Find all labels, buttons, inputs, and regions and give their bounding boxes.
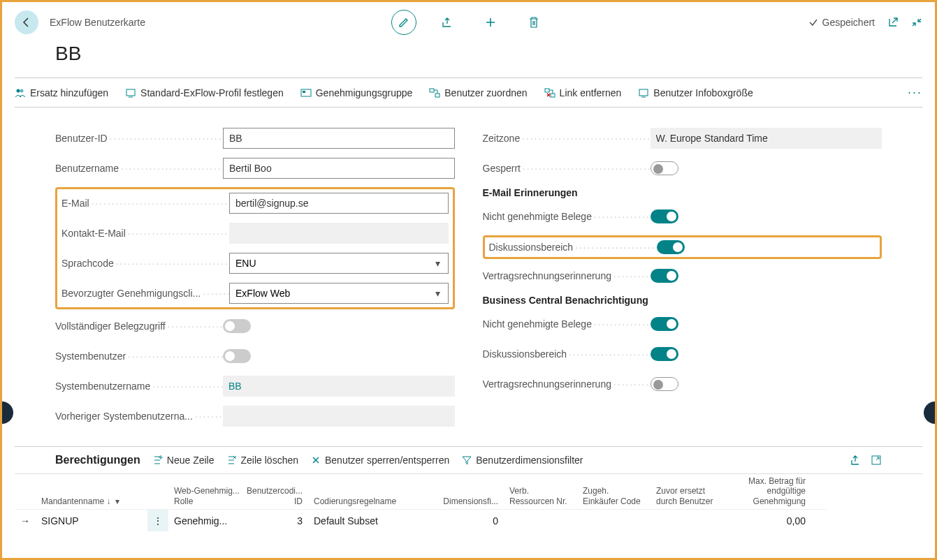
row-selector[interactable]: → <box>15 509 36 531</box>
grid-action-zeile-loeschen[interactable]: Zeile löschen <box>227 455 299 466</box>
cell-bcid[interactable]: 3 <box>245 509 308 531</box>
col-bcid[interactable]: Benutzercodi... ID <box>245 474 308 509</box>
new-button[interactable] <box>478 10 503 35</box>
toggle-bc-nicht-genehmigt[interactable] <box>651 317 678 331</box>
cell-dimfi[interactable]: 0 <box>434 509 504 531</box>
svg-rect-2 <box>126 89 135 96</box>
col-zuvor[interactable]: Zuvor ersetzt durch Benutzer <box>651 474 720 509</box>
cell-mandant[interactable]: SIGNUP <box>36 509 147 531</box>
chevron-down-icon: ▾ <box>428 288 448 299</box>
highlight-right: Diskussionsbereich <box>483 235 882 259</box>
toggle-er-vertragsrechnung[interactable] <box>651 269 678 283</box>
cell-verb[interactable] <box>504 509 577 531</box>
toggle-bc-diskussion[interactable] <box>651 347 678 361</box>
svg-rect-9 <box>639 89 648 96</box>
check-icon <box>808 17 818 27</box>
action-link-entfernen[interactable]: Link entfernen <box>544 87 622 98</box>
grid-action-sperren[interactable]: Benutzer sperren/entsperren <box>311 455 449 466</box>
svg-point-1 <box>20 89 24 92</box>
plus-icon <box>484 16 497 29</box>
delete-button[interactable] <box>521 10 546 35</box>
label-benutzername: Benutzername <box>55 163 223 174</box>
col-verb[interactable]: Verb. Ressourcen Nr. <box>504 474 577 509</box>
back-button[interactable] <box>15 10 38 34</box>
col-dimfi[interactable]: Dimensionsfi... <box>434 474 504 509</box>
label-gesperrt: Gesperrt <box>483 163 651 174</box>
popout-button[interactable] <box>887 17 899 28</box>
label-benutzer-id: Benutzer-ID <box>55 133 223 144</box>
cell-max[interactable]: 0,00 <box>720 509 811 531</box>
popout-icon <box>887 17 899 28</box>
heading-bc-benachrichtigung: Business Central Benachrichtigung <box>483 295 882 306</box>
input-benutzername[interactable] <box>223 158 455 179</box>
highlight-left: E-Mail Kontakt-E-Mail Sprachcode ▾ Bevor… <box>55 187 455 309</box>
label-bc-diskussion: Diskussionsbereich <box>483 348 651 360</box>
toggle-er-nicht-genehmigt[interactable] <box>651 209 678 223</box>
svg-rect-8 <box>551 94 555 97</box>
input-benutzer-id[interactable] <box>223 128 455 149</box>
grid-action-neue-zeile[interactable]: Neue Zeile <box>153 455 215 466</box>
collapse-icon <box>911 17 922 28</box>
label-vorheriger-sysname: Vorheriger Systembenutzerna... <box>55 411 223 422</box>
label-systembenutzername: Systembenutzername <box>55 381 223 392</box>
label-sprachcode: Sprachcode <box>61 258 229 269</box>
grid-action-dimfilter[interactable]: Benutzerdimensionsfilter <box>462 455 583 466</box>
select-sprachcode[interactable]: ▾ <box>229 253 449 274</box>
input-zeitzone <box>651 128 882 149</box>
label-kontakt-email: Kontakt-E-Mail <box>61 228 229 239</box>
input-email[interactable] <box>229 193 449 214</box>
grid-expand-button[interactable] <box>871 455 882 466</box>
page-type-label: ExFlow Benutzerkarte <box>50 17 145 28</box>
table-row[interactable]: → SIGNUP ⋮ Genehmig... 3 Default Subset … <box>15 509 922 531</box>
chevron-down-icon: ▾ <box>115 496 119 506</box>
cell-webrole[interactable]: Genehmig... <box>168 509 245 531</box>
toggle-er-diskussion[interactable] <box>657 240 685 254</box>
share-icon <box>850 455 861 466</box>
toggle-voll-belegzugriff[interactable] <box>223 319 251 333</box>
pencil-icon <box>398 17 409 28</box>
action-infoboxgroesse[interactable]: Benutzer Infoboxgröße <box>638 87 753 98</box>
action-benutzer-zuordnen[interactable]: Benutzer zuordnen <box>429 87 527 98</box>
label-er-vertragsrechnung: Vertragsrechnungserinnerung <box>483 270 651 281</box>
toggle-gesperrt[interactable] <box>651 161 678 175</box>
select-bevorzugter-client[interactable]: ▾ <box>229 283 449 304</box>
svg-rect-7 <box>545 89 549 92</box>
cell-rulename[interactable]: Default Subset <box>308 509 434 531</box>
label-bc-vertragsrechnung: Vertragsrechnungserinnerung <box>483 378 651 390</box>
col-webrole[interactable]: Web-Genehmig... Rolle <box>168 474 245 509</box>
col-mandant[interactable]: Mandantenname ↓ ▾ <box>36 474 147 509</box>
action-genehmigungsgruppe[interactable]: Genehmigungsgruppe <box>300 87 413 98</box>
page-title: BB <box>2 37 935 78</box>
saved-indicator: Gespeichert <box>808 17 875 28</box>
heading-email-erinnerungen: E-Mail Erinnerungen <box>483 187 882 198</box>
grid-share-button[interactable] <box>850 455 861 466</box>
svg-rect-5 <box>430 89 434 92</box>
col-max[interactable]: Max. Betrag für endgültige Genehmigung <box>720 474 811 509</box>
svg-rect-4 <box>303 91 305 93</box>
expand-icon <box>871 455 882 466</box>
edit-button[interactable] <box>391 10 416 35</box>
more-actions-button[interactable]: ··· <box>908 85 922 100</box>
col-rulename[interactable]: Codierungsregelname <box>308 474 434 509</box>
label-er-nicht-genehmigt: Nicht genehmigte Belege <box>483 211 651 222</box>
toggle-bc-vertragsrechnung[interactable] <box>651 377 678 391</box>
share-button[interactable] <box>435 10 460 35</box>
svg-rect-6 <box>435 94 440 97</box>
input-kontakt-email <box>229 223 449 244</box>
label-email: E-Mail <box>61 198 229 209</box>
label-bc-nicht-genehmigt: Nicht genehmigte Belege <box>483 318 651 330</box>
grid-title: Berechtigungen <box>55 454 140 466</box>
cell-zuvor[interactable] <box>651 509 720 531</box>
col-ek[interactable]: Zugeh. Einkäufer Code <box>577 474 651 509</box>
action-standard-profil[interactable]: Standard-ExFlow-Profil festlegen <box>125 87 284 98</box>
label-er-diskussion: Diskussionsbereich <box>489 242 657 253</box>
action-ersatz-hinzufuegen[interactable]: Ersatz hinzufügen <box>15 87 108 98</box>
collapse-button[interactable] <box>911 17 922 28</box>
label-voll-belegzugriff: Vollständiger Belegzugriff <box>55 320 223 332</box>
label-bevorzugter-client: Bevorzugter Genehmigungscli... <box>61 288 229 299</box>
cell-ek[interactable] <box>577 509 651 531</box>
input-systembenutzername <box>223 376 455 397</box>
row-menu-button[interactable]: ⋮ <box>147 509 168 531</box>
toggle-systembenutzer[interactable] <box>223 349 251 363</box>
svg-point-0 <box>17 89 20 92</box>
